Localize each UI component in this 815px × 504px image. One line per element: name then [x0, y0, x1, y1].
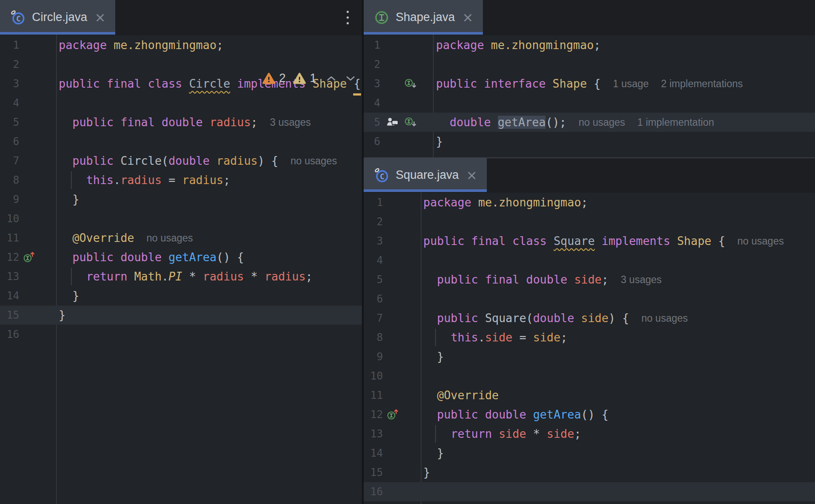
token-pl: *	[526, 427, 547, 440]
svg-text:C: C	[16, 14, 21, 23]
token-kw: public final class	[423, 234, 547, 248]
code-line[interactable]: 8 this.side = side;	[364, 328, 815, 347]
token-pl	[423, 427, 451, 440]
code-line[interactable]: 9 }	[0, 190, 362, 209]
code-line[interactable]: 8 this.radius = radius;	[0, 170, 362, 190]
token-gold: @Override	[72, 231, 134, 245]
token-kw: package	[423, 196, 471, 209]
code-line[interactable]: 5 public final double radius;3 usages	[0, 113, 362, 132]
inlay-hint[interactable]: 1 usage	[613, 78, 649, 90]
code-line[interactable]: 12 public double getArea() {	[364, 405, 815, 424]
token-pl	[182, 77, 189, 90]
code-line[interactable]: 3public interface Shape {1 usage2 implem…	[364, 74, 815, 93]
code-line[interactable]: 1package me.zhongmingmao;	[364, 35, 815, 55]
code-editor-square[interactable]: 1package me.zhongmingmao;23public final …	[364, 192, 815, 504]
token-pl: ) {	[609, 312, 629, 325]
implemented-marker-icon[interactable]	[404, 116, 418, 128]
code-line[interactable]: 4	[364, 251, 815, 270]
overrides-marker-icon[interactable]	[23, 251, 37, 264]
code-line[interactable]: 15}	[364, 463, 815, 482]
inlay-hint[interactable]: 3 usages	[270, 117, 311, 128]
code-line[interactable]: 11 @Overrideno usages	[0, 228, 362, 248]
code-line[interactable]: 12 public double getArea() {	[0, 248, 362, 267]
token-gold: me.zhongmingmao	[113, 39, 216, 52]
code-line[interactable]: 14 }	[0, 286, 362, 305]
code-line[interactable]: 6	[0, 132, 362, 151]
token-pl: *	[182, 270, 203, 283]
line-number: 9	[364, 351, 383, 363]
code-line[interactable]: 7 public Square(double side) {no usages	[364, 309, 815, 328]
gutter-icons	[380, 116, 433, 128]
inlay-hint[interactable]: 1 implementation	[638, 117, 714, 128]
close-icon[interactable]: ×	[462, 11, 473, 24]
token-pl	[436, 116, 450, 129]
users-comment-icon[interactable]	[386, 117, 400, 128]
line-number: 5	[0, 116, 19, 128]
token-field: side	[485, 331, 513, 344]
token-pl	[546, 77, 553, 90]
tab-circle-java[interactable]: C Circle.java ×	[0, 0, 115, 35]
code-line[interactable]: 16	[0, 325, 362, 344]
line-number: 6	[0, 135, 19, 148]
weak-warning-icon[interactable]	[293, 72, 306, 85]
code-line[interactable]: 3public final class Square implements Sh…	[364, 231, 815, 251]
next-problem-chevron-down-icon[interactable]	[343, 75, 358, 82]
tab-square-java[interactable]: C Square.java ×	[364, 158, 487, 192]
inlay-hint[interactable]: no usages	[737, 235, 784, 247]
code-line[interactable]: 13 return side * side;	[364, 424, 815, 444]
tab-shape-java[interactable]: Shape.java ×	[364, 0, 483, 35]
code-line[interactable]: 6	[364, 289, 815, 309]
code-line[interactable]: 14 }	[364, 444, 815, 463]
code-text: this.side = side;	[421, 331, 567, 344]
inlay-hint[interactable]: no usages	[641, 312, 688, 324]
inlay-hint[interactable]: no usages	[146, 232, 193, 244]
code-line[interactable]: 6}	[364, 132, 815, 151]
tab-options-kebab-icon[interactable]	[345, 9, 351, 26]
inlay-hint[interactable]: no usages	[578, 117, 625, 128]
line-number: 6	[364, 293, 383, 305]
code-line[interactable]: 2	[364, 212, 815, 231]
code-line[interactable]: 1package me.zhongmingmao;	[364, 193, 815, 212]
token-pl: ;	[574, 427, 581, 440]
code-line[interactable]: 4	[0, 93, 362, 113]
code-line[interactable]: 1package me.zhongmingmao;	[0, 35, 362, 55]
close-icon[interactable]: ×	[95, 11, 106, 24]
tab-bar: C Circle.java ×	[0, 0, 362, 35]
code-text: package me.zhongmingmao;	[433, 39, 601, 52]
token-field: radius	[120, 174, 162, 187]
previous-problem-chevron-up-icon[interactable]	[323, 75, 339, 82]
token-gold: @Override	[437, 389, 499, 402]
code-editor-shape[interactable]: 1package me.zhongmingmao;23public interf…	[364, 35, 815, 157]
token-field: radius	[203, 270, 244, 283]
code-line[interactable]: 13 return Math.PI * radius * radius;	[0, 267, 362, 286]
warning-icon[interactable]	[262, 72, 276, 85]
inlay-hint[interactable]: 3 usages	[621, 274, 662, 286]
code-line[interactable]: 5 double getArea();no usages1 implementa…	[364, 113, 815, 132]
code-line[interactable]: 5 public final double side;3 usages	[364, 270, 815, 289]
inlay-hint[interactable]: 2 implementations	[661, 78, 743, 90]
code-editor-circle[interactable]: 1package me.zhongmingmao;23public final …	[0, 35, 362, 504]
close-icon[interactable]: ×	[466, 169, 477, 182]
token-pl	[203, 116, 210, 129]
code-text: @Overrideno usages	[56, 231, 193, 245]
code-line[interactable]: 2	[364, 55, 815, 74]
code-line[interactable]: 10	[364, 366, 815, 386]
svg-text:C: C	[380, 172, 384, 181]
code-text: public final double radius;3 usages	[56, 116, 311, 129]
overrides-marker-icon[interactable]	[386, 408, 400, 421]
implemented-marker-icon[interactable]	[404, 78, 418, 90]
code-text: package me.zhongmingmao;	[421, 196, 588, 209]
code-text: }	[433, 135, 443, 148]
code-line[interactable]: 4	[364, 93, 815, 113]
code-line[interactable]: 10	[0, 209, 362, 228]
code-line[interactable]: 9 }	[364, 347, 815, 366]
token-pl: ;	[560, 331, 567, 344]
code-line[interactable]: 11 @Override	[364, 386, 815, 405]
code-text: package me.zhongmingmao;	[56, 39, 223, 52]
token-pl: }	[59, 193, 79, 206]
inlay-hint[interactable]: no usages	[291, 155, 337, 167]
code-line[interactable]: 7 public Circle(double radius) {no usage…	[0, 151, 362, 170]
token-name: Square	[485, 312, 526, 325]
code-line[interactable]: 15}	[0, 305, 362, 325]
code-line[interactable]: 16	[364, 482, 815, 501]
